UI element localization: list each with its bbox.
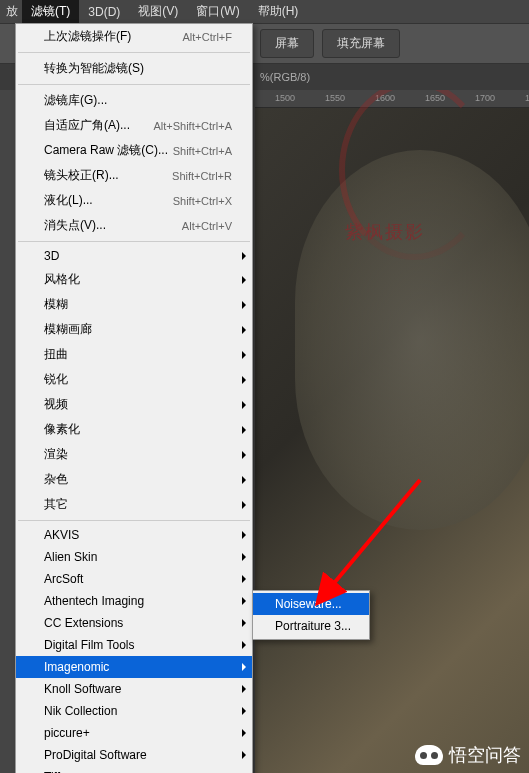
menu-digital-film-tools[interactable]: Digital Film Tools xyxy=(16,634,252,656)
submenu-arrow-icon xyxy=(242,376,246,384)
menu-tiffen[interactable]: Tiffen xyxy=(16,766,252,773)
menu-video[interactable]: 视频 xyxy=(16,392,252,417)
menu-knoll[interactable]: Knoll Software xyxy=(16,678,252,700)
menu-sharpen[interactable]: 锐化 xyxy=(16,367,252,392)
menu-label: 3D xyxy=(44,249,59,263)
menu-distort[interactable]: 扭曲 xyxy=(16,342,252,367)
submenu-arrow-icon xyxy=(242,426,246,434)
menu-filter-gallery[interactable]: 滤镜库(G)... xyxy=(16,88,252,113)
menu-lens-correct[interactable]: 镜头校正(R)...Shift+Ctrl+R xyxy=(16,163,252,188)
submenu-noiseware[interactable]: Noiseware... xyxy=(253,593,369,615)
submenu-arrow-icon xyxy=(242,729,246,737)
submenu-arrow-icon xyxy=(242,351,246,359)
menubar-help[interactable]: 帮助(H) xyxy=(249,0,308,23)
menu-label: Imagenomic xyxy=(44,660,109,674)
menu-label: 模糊 xyxy=(44,296,68,313)
menu-label: Nik Collection xyxy=(44,704,117,718)
menu-adaptive-wide[interactable]: 自适应广角(A)...Alt+Shift+Ctrl+A xyxy=(16,113,252,138)
submenu-arrow-icon xyxy=(242,252,246,260)
menu-label: Athentech Imaging xyxy=(44,594,144,608)
fit-screen-button[interactable]: 屏幕 xyxy=(260,29,314,58)
submenu-arrow-icon xyxy=(242,663,246,671)
menu-label: 其它 xyxy=(44,496,68,513)
menu-pixelate[interactable]: 像素化 xyxy=(16,417,252,442)
menu-label: 自适应广角(A)... xyxy=(44,117,130,134)
menu-3d[interactable]: 3D xyxy=(16,245,252,267)
menu-akvis[interactable]: AKVIS xyxy=(16,524,252,546)
menu-stylize[interactable]: 风格化 xyxy=(16,267,252,292)
menu-label: Digital Film Tools xyxy=(44,638,134,652)
submenu-arrow-icon xyxy=(242,619,246,627)
menu-label: 渲染 xyxy=(44,446,68,463)
menu-label: CC Extensions xyxy=(44,616,123,630)
menu-label: 扭曲 xyxy=(44,346,68,363)
menu-label: ProDigital Software xyxy=(44,748,147,762)
menu-noise[interactable]: 杂色 xyxy=(16,467,252,492)
menu-label: Knoll Software xyxy=(44,682,121,696)
menu-vanishing[interactable]: 消失点(V)...Alt+Ctrl+V xyxy=(16,213,252,238)
menu-separator xyxy=(18,84,250,85)
submenu-arrow-icon xyxy=(242,476,246,484)
submenu-portraiture[interactable]: Portraiture 3... xyxy=(253,615,369,637)
menubar-view[interactable]: 视图(V) xyxy=(129,0,187,23)
menu-alien-skin[interactable]: Alien Skin xyxy=(16,546,252,568)
menu-label: 视频 xyxy=(44,396,68,413)
menu-cc-extensions[interactable]: CC Extensions xyxy=(16,612,252,634)
menubar-filter[interactable]: 滤镜(T) xyxy=(22,0,79,23)
menubar: 放 滤镜(T) 3D(D) 视图(V) 窗口(W) 帮助(H) xyxy=(0,0,529,24)
menu-blur[interactable]: 模糊 xyxy=(16,292,252,317)
menu-shortcut: Shift+Ctrl+X xyxy=(173,195,232,207)
menu-label: 风格化 xyxy=(44,271,80,288)
menu-separator xyxy=(18,52,250,53)
submenu-arrow-icon xyxy=(242,751,246,759)
menu-other[interactable]: 其它 xyxy=(16,492,252,517)
menu-imagenomic[interactable]: Imagenomic xyxy=(16,656,252,678)
menu-label: piccure+ xyxy=(44,726,90,740)
wukong-watermark: 悟空问答 xyxy=(415,743,521,767)
menu-label: 像素化 xyxy=(44,421,80,438)
menu-label: Noiseware... xyxy=(275,597,342,611)
fill-screen-button[interactable]: 填充屏幕 xyxy=(322,29,400,58)
menu-label: ArcSoft xyxy=(44,572,83,586)
menu-label: 转换为智能滤镜(S) xyxy=(44,60,144,77)
menu-arcsoft[interactable]: ArcSoft xyxy=(16,568,252,590)
menu-athentech[interactable]: Athentech Imaging xyxy=(16,590,252,612)
menu-label: 上次滤镜操作(F) xyxy=(44,28,131,45)
wukong-text: 悟空问答 xyxy=(449,743,521,767)
document-tab-label[interactable]: %(RGB/8) xyxy=(260,71,310,83)
menu-separator xyxy=(18,520,250,521)
menu-label: 锐化 xyxy=(44,371,68,388)
submenu-arrow-icon xyxy=(242,707,246,715)
menu-convert-smart[interactable]: 转换为智能滤镜(S) xyxy=(16,56,252,81)
menu-blur-gallery[interactable]: 模糊画廊 xyxy=(16,317,252,342)
filter-menu-dropdown: 上次滤镜操作(F) Alt+Ctrl+F 转换为智能滤镜(S) 滤镜库(G)..… xyxy=(15,23,253,773)
menubar-3d[interactable]: 3D(D) xyxy=(79,2,129,22)
menu-last-filter[interactable]: 上次滤镜操作(F) Alt+Ctrl+F xyxy=(16,24,252,49)
menu-label: 镜头校正(R)... xyxy=(44,167,119,184)
submenu-arrow-icon xyxy=(242,501,246,509)
menu-label: Camera Raw 滤镜(C)... xyxy=(44,142,168,159)
ruler-tick: 1750 xyxy=(525,93,529,103)
menu-shortcut: Alt+Ctrl+V xyxy=(182,220,232,232)
menu-label: 消失点(V)... xyxy=(44,217,106,234)
submenu-arrow-icon xyxy=(242,575,246,583)
menubar-window[interactable]: 窗口(W) xyxy=(187,0,248,23)
menu-prodigital[interactable]: ProDigital Software xyxy=(16,744,252,766)
menubar-before[interactable]: 放 xyxy=(4,0,22,23)
menu-separator xyxy=(18,241,250,242)
watermark-seal xyxy=(329,90,509,320)
submenu-arrow-icon xyxy=(242,531,246,539)
menu-shortcut: Shift+Ctrl+R xyxy=(172,170,232,182)
menu-label: 液化(L)... xyxy=(44,192,93,209)
menu-nik-collection[interactable]: Nik Collection xyxy=(16,700,252,722)
submenu-arrow-icon xyxy=(242,276,246,284)
imagenomic-submenu: Noiseware... Portraiture 3... xyxy=(252,590,370,640)
menu-label: 滤镜库(G)... xyxy=(44,92,107,109)
ruler-tick: 1500 xyxy=(275,93,295,103)
menu-liquify[interactable]: 液化(L)...Shift+Ctrl+X xyxy=(16,188,252,213)
menu-shortcut: Shift+Ctrl+A xyxy=(173,145,232,157)
menu-camera-raw[interactable]: Camera Raw 滤镜(C)...Shift+Ctrl+A xyxy=(16,138,252,163)
menu-shortcut: Alt+Ctrl+F xyxy=(182,31,232,43)
menu-render[interactable]: 渲染 xyxy=(16,442,252,467)
menu-piccure[interactable]: piccure+ xyxy=(16,722,252,744)
